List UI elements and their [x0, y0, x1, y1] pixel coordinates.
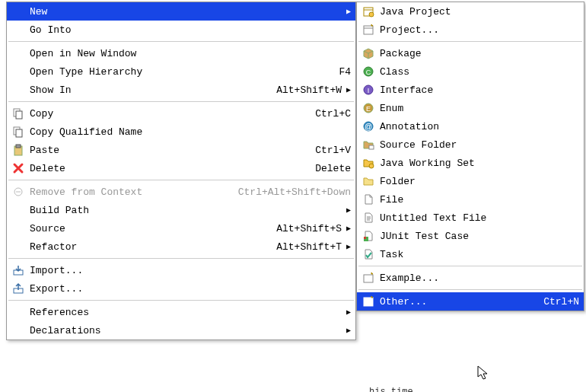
text-file-icon [360, 211, 377, 225]
svg-rect-23 [364, 237, 366, 239]
working-set-icon [360, 156, 377, 170]
menu-item-label: New [30, 6, 342, 18]
menu-separator [8, 180, 354, 180]
menu-item-label: Source Folder [380, 139, 579, 151]
menu-item-label: Show In [30, 84, 264, 96]
blank-icon [10, 83, 27, 97]
menu-item-label: Java Working Set [380, 158, 579, 169]
submenu-arrow-icon: ▶ [342, 326, 351, 335]
menu-item-label: Declarations [30, 325, 342, 336]
menu-item-label: Interface [380, 84, 579, 96]
submenu-arrow-icon: ▶ [342, 308, 351, 317]
menu-item-import[interactable]: Import... [7, 261, 355, 279]
enum-icon: E [360, 101, 377, 115]
java-project-icon [360, 5, 377, 18]
menu-separator [8, 101, 354, 102]
menu-item-package[interactable]: Package [357, 44, 584, 62]
menu-item-copy-qualified-name[interactable]: Copy Qualified Name [7, 123, 355, 141]
menu-item-label: Untitled Text File [380, 212, 579, 224]
menu-item-enum[interactable]: EEnum [357, 99, 584, 117]
blank-icon [10, 23, 27, 37]
svg-rect-20 [369, 145, 374, 149]
menu-item-shortcut: Ctrl+C [315, 108, 351, 120]
svg-point-10 [369, 12, 374, 17]
menu-item-label: Open Type Hierarchy [30, 66, 326, 78]
svg-text:I: I [368, 87, 370, 94]
menu-item-label: Delete [30, 163, 303, 174]
menu-item-project[interactable]: Project... [357, 21, 584, 39]
menu-item-label: Go Into [30, 24, 351, 36]
menu-item-label: Project... [380, 24, 579, 36]
menu-item-new[interactable]: New▶ [7, 2, 355, 21]
menu-item-build-path[interactable]: Build Path▶ [7, 201, 355, 219]
menu-item-junit-test-case[interactable]: JUnit Test Case [357, 227, 584, 245]
menu-item-shortcut: Delete [315, 163, 351, 174]
menu-item-references[interactable]: References▶ [7, 303, 355, 321]
menu-item-label: Copy [30, 108, 303, 120]
menu-item-label: Enum [380, 103, 579, 114]
menu-item-label: Paste [30, 145, 303, 156]
menu-item-shortcut: Alt+Shift+W [276, 84, 342, 96]
svg-text:E: E [366, 105, 371, 113]
menu-item-export[interactable]: Export... [7, 279, 355, 298]
submenu-arrow-icon: ▶ [342, 242, 351, 251]
menu-separator [358, 289, 582, 290]
menu-item-delete[interactable]: DeleteDelete [7, 159, 355, 177]
menu-item-shortcut: F4 [339, 66, 351, 78]
menu-item-copy[interactable]: CopyCtrl+C [7, 104, 355, 123]
menu-separator [358, 41, 582, 42]
export-icon [10, 282, 27, 295]
interface-icon: I [360, 83, 377, 97]
mouse-cursor-icon [477, 365, 491, 385]
blank-icon [10, 5, 27, 18]
menu-item-source-folder[interactable]: Source Folder [357, 135, 584, 154]
blank-icon [10, 203, 27, 217]
menu-item-file[interactable]: File [357, 190, 584, 209]
other-icon [360, 295, 377, 308]
menu-item-label: Source [30, 223, 264, 234]
package-icon [360, 46, 377, 60]
svg-point-21 [369, 164, 374, 168]
task-icon [360, 247, 377, 261]
svg-rect-3 [16, 129, 22, 137]
menu-item-open-type-hierarchy[interactable]: Open Type HierarchyF4 [7, 62, 355, 81]
import-icon [10, 263, 27, 277]
menu-item-label: Example... [380, 272, 579, 284]
menu-separator [8, 41, 354, 42]
junit-icon [360, 229, 377, 243]
menu-item-refactor[interactable]: RefactorAlt+Shift+T▶ [7, 237, 355, 256]
menu-item-label: Build Path [30, 205, 342, 216]
menu-item-source[interactable]: SourceAlt+Shift+S▶ [7, 219, 355, 237]
class-icon: C [360, 65, 377, 78]
menu-item-go-into[interactable]: Go Into [7, 21, 355, 39]
menu-item-folder[interactable]: Folder [357, 172, 584, 190]
file-icon [360, 193, 377, 206]
status-text: his time. [369, 387, 419, 392]
menu-item-other[interactable]: Other...Ctrl+N [357, 292, 584, 311]
menu-item-shortcut: Ctrl+V [315, 145, 351, 156]
menu-item-label: Open in New Window [30, 48, 351, 59]
blank-icon [10, 323, 27, 337]
menu-item-task[interactable]: Task [357, 245, 584, 263]
menu-separator [8, 258, 354, 259]
svg-text:C: C [366, 69, 371, 76]
blank-icon [10, 65, 27, 78]
menu-item-example[interactable]: Example... [357, 269, 584, 287]
menu-item-untitled-text-file[interactable]: Untitled Text File [357, 209, 584, 227]
menu-item-java-project[interactable]: Java Project [357, 2, 584, 21]
menu-item-declarations[interactable]: Declarations▶ [7, 321, 355, 339]
svg-rect-11 [364, 26, 373, 34]
menu-item-java-working-set[interactable]: Java Working Set [357, 154, 584, 172]
menu-item-show-in[interactable]: Show InAlt+Shift+W▶ [7, 81, 355, 99]
menu-item-annotation[interactable]: @Annotation [357, 117, 584, 135]
menu-item-class[interactable]: CClass [357, 62, 584, 81]
menu-item-label: Package [380, 48, 579, 59]
blank-icon [10, 46, 27, 60]
menu-item-paste[interactable]: PasteCtrl+V [7, 141, 355, 159]
svg-rect-24 [364, 275, 373, 282]
menu-item-open-in-new-window[interactable]: Open in New Window [7, 44, 355, 62]
blank-icon [10, 221, 27, 235]
menu-item-interface[interactable]: IInterface [357, 81, 584, 99]
menu-item-label: Class [380, 66, 579, 78]
menu-item-remove-from-context: Remove from ContextCtrl+Alt+Shift+Down [7, 183, 355, 201]
